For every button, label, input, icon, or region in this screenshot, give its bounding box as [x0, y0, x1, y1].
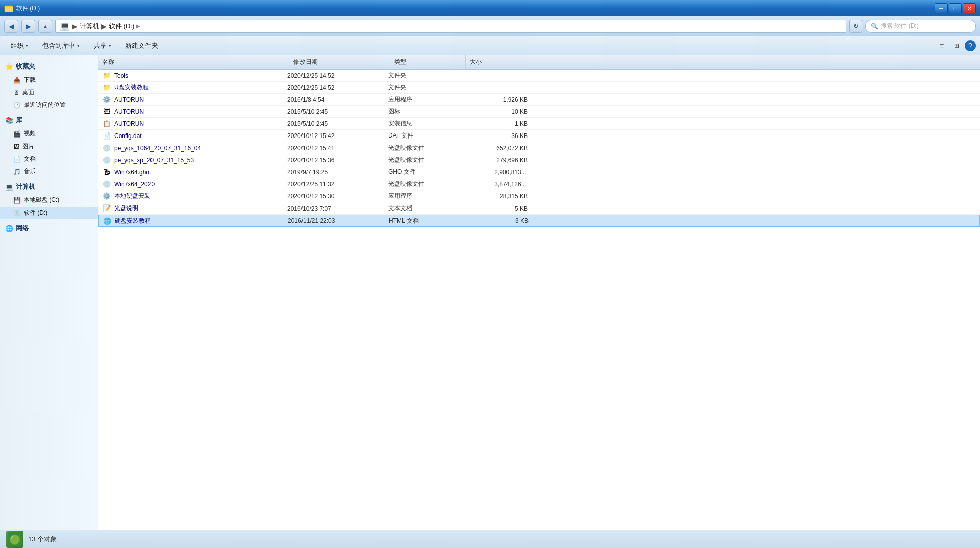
path-separator-1: ▶: [72, 22, 78, 30]
include-label: 包含到库中: [42, 41, 75, 50]
include-library-button[interactable]: 包含到库中 ▾: [36, 38, 86, 53]
file-type-icon: 🌐: [103, 216, 112, 225]
table-row[interactable]: 🌐 硬盘安装教程 2016/11/21 22:03 HTML 文档 3 KB: [98, 215, 980, 227]
table-row[interactable]: 💿 Win7x64_2020 2020/12/25 11:32 光盘映像文件 3…: [98, 178, 980, 190]
forward-button[interactable]: ▶: [21, 20, 35, 33]
sidebar-item-picture[interactable]: 🖼 图片: [0, 140, 98, 153]
sidebar-item-recent[interactable]: 🕐 最近访问的位置: [0, 99, 98, 111]
file-date: 2016/1/8 4:54: [287, 96, 388, 103]
sidebar-header-library[interactable]: 📚 库: [0, 113, 98, 127]
sidebar-section-favorites: ⭐ 收藏夹 📥 下载 🖥 桌面 🕐 最近访问的位置: [0, 59, 98, 111]
docs-icon: 📄: [13, 156, 21, 163]
file-date: 2020/10/12 15:42: [287, 132, 388, 140]
minimize-button[interactable]: ─: [935, 3, 948, 13]
docs-label: 文档: [24, 155, 36, 163]
table-row[interactable]: 💿 pe_yqs_xp_20_07_31_15_53 2020/10/12 15…: [98, 154, 980, 166]
file-size: 10 KB: [464, 108, 534, 115]
file-size: 1,926 KB: [464, 96, 534, 103]
sidebar-section-computer: 💻 计算机 💾 本地磁盘 (C:) 💿 软件 (D:): [0, 180, 98, 219]
music-icon: 🎵: [13, 168, 21, 175]
recent-icon: 🕐: [13, 102, 21, 109]
sidebar-item-music[interactable]: 🎵 音乐: [0, 165, 98, 178]
titlebar-icon: [4, 4, 13, 13]
titlebar-controls: ─ □ ✕: [935, 3, 976, 13]
file-size: 3,874,126 ...: [464, 181, 534, 188]
picture-label: 图片: [22, 142, 34, 151]
organize-button[interactable]: 组织 ▾: [4, 38, 35, 53]
file-type-icon: 📁: [102, 83, 111, 92]
file-type: 文件夹: [388, 71, 464, 80]
file-date: 2020/12/25 11:32: [287, 181, 388, 188]
table-row[interactable]: 📋 AUTORUN 2015/5/10 2:45 安装信息 1 KB: [98, 118, 980, 130]
table-row[interactable]: 📝 光盘说明 2016/10/23 7:07 文本文档 5 KB: [98, 202, 980, 215]
favorites-icon: ⭐: [5, 63, 13, 71]
file-date: 2019/9/7 19:25: [287, 169, 388, 176]
table-row[interactable]: 🖼 AUTORUN 2015/5/10 2:45 图标 10 KB: [98, 106, 980, 118]
back-button[interactable]: ◀: [4, 20, 18, 33]
file-name: Win7x64.gho: [111, 169, 287, 176]
file-size: 2,900,813 ...: [464, 169, 534, 176]
file-name: AUTORUN: [111, 120, 287, 127]
up-button[interactable]: ▲: [38, 20, 52, 33]
sidebar-header-computer[interactable]: 💻 计算机: [0, 180, 98, 194]
file-size: 652,072 KB: [464, 145, 534, 152]
table-row[interactable]: ⚙️ 本地硬盘安装 2020/10/12 15:30 应用程序 28,315 K…: [98, 190, 980, 202]
sidebar-header-network[interactable]: 🌐 网络: [0, 221, 98, 235]
titlebar: 软件 (D:) ─ □ ✕: [0, 0, 980, 16]
recent-label: 最近访问的位置: [24, 101, 66, 109]
sidebar-header-favorites[interactable]: ⭐ 收藏夹: [0, 59, 98, 74]
sidebar-item-docs[interactable]: 📄 文档: [0, 153, 98, 165]
file-type-icon: ⚙️: [102, 192, 111, 201]
table-row[interactable]: 📄 Config.dat 2020/10/12 15:42 DAT 文件 36 …: [98, 130, 980, 142]
file-date: 2015/5/10 2:45: [287, 108, 388, 115]
table-row[interactable]: 💿 pe_yqs_1064_20_07_31_16_04 2020/10/12 …: [98, 142, 980, 154]
table-row[interactable]: 📁 U盘安装教程 2020/12/25 14:52 文件夹: [98, 82, 980, 94]
file-name: AUTORUN: [111, 96, 287, 103]
maximize-button[interactable]: □: [949, 3, 962, 13]
file-type: 图标: [388, 107, 464, 116]
file-date: 2015/5/10 2:45: [287, 120, 388, 127]
table-row[interactable]: 🗜 Win7x64.gho 2019/9/7 19:25 GHO 文件 2,90…: [98, 166, 980, 178]
new-folder-button[interactable]: 新建文件夹: [119, 38, 165, 53]
path-computer[interactable]: 计算机: [80, 22, 99, 31]
sidebar-item-desktop[interactable]: 🖥 桌面: [0, 86, 98, 99]
file-type-icon: ⚙️: [102, 95, 111, 104]
d-drive-icon: 💿: [13, 210, 21, 217]
statusbar: 🟢 13 个对象: [0, 530, 980, 548]
status-app-icon: 🟢: [6, 531, 23, 548]
file-type: 光盘映像文件: [388, 156, 464, 164]
file-type-icon: 📋: [102, 119, 111, 128]
table-row[interactable]: 📁 Tools 2020/12/25 14:52 文件夹: [98, 70, 980, 82]
view-pane-button[interactable]: ⊞: [950, 39, 964, 53]
desktop-icon: 🖥: [13, 89, 19, 96]
share-button[interactable]: 共享 ▾: [87, 38, 118, 53]
view-toggle-button[interactable]: ≡: [935, 39, 949, 53]
computer-icon: 💻: [60, 21, 70, 31]
help-button[interactable]: ?: [965, 40, 976, 51]
col-header-size[interactable]: 大小: [466, 55, 536, 69]
sidebar-item-video[interactable]: 🎬 视频: [0, 127, 98, 140]
path-drive[interactable]: 软件 (D:): [109, 22, 134, 31]
download-icon: 📥: [13, 77, 21, 84]
titlebar-title: 软件 (D:): [16, 4, 40, 13]
network-icon: 🌐: [5, 225, 13, 232]
col-header-name[interactable]: 名称: [98, 55, 289, 69]
col-header-type[interactable]: 类型: [390, 55, 466, 69]
refresh-button[interactable]: ↻: [849, 20, 862, 33]
sidebar-section-network: 🌐 网络: [0, 221, 98, 235]
svg-text:🟢: 🟢: [9, 534, 21, 545]
path-dropdown-arrow[interactable]: ▶: [136, 23, 140, 29]
col-header-date[interactable]: 修改日期: [289, 55, 390, 69]
file-date: 2020/10/12 15:36: [287, 157, 388, 164]
search-box[interactable]: 🔍 搜索 软件 (D:): [865, 20, 976, 33]
sidebar-item-c-drive[interactable]: 💾 本地磁盘 (C:): [0, 194, 98, 207]
sidebar-item-download[interactable]: 📥 下载: [0, 74, 98, 86]
file-type: 文件夹: [388, 83, 464, 92]
search-icon: 🔍: [871, 23, 878, 30]
toolbar: 组织 ▾ 包含到库中 ▾ 共享 ▾ 新建文件夹 ≡ ⊞ ?: [0, 36, 980, 55]
sidebar-item-d-drive[interactable]: 💿 软件 (D:): [0, 207, 98, 219]
new-folder-label: 新建文件夹: [125, 41, 158, 50]
close-button[interactable]: ✕: [963, 3, 976, 13]
file-size: 1 KB: [464, 120, 534, 127]
table-row[interactable]: ⚙️ AUTORUN 2016/1/8 4:54 应用程序 1,926 KB: [98, 94, 980, 106]
